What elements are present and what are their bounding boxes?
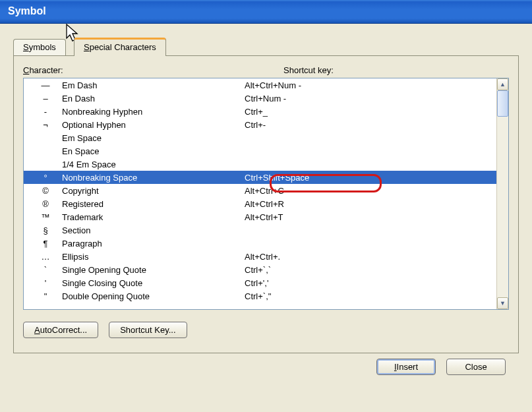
symbol-name: Trademark [62,212,245,222]
symbol-glyph: ® [29,199,62,209]
shortcut-key: Ctrl+Shift+Space [245,173,496,183]
symbol-glyph: © [29,186,62,196]
shortcut-key: Ctrl+',' [245,278,496,288]
symbol-name: Section [62,225,245,235]
symbol-name: Paragraph [62,239,245,249]
shortcut-key: Ctrl+`,` [245,265,496,275]
list-item[interactable]: Em Space [24,131,496,144]
window-title: Symbol [8,5,46,16]
shortcut-key: Alt+Ctrl+T [245,212,496,222]
header-character: Character: [23,65,283,75]
scroll-track[interactable] [497,117,508,297]
shortcut-key: Alt+Ctrl+C [245,186,496,196]
tab-strip: Symbols Special Characters [13,37,519,55]
symbol-name: Optional Hyphen [62,120,245,130]
symbol-glyph: ° [29,173,62,183]
symbol-name: Nonbreaking Hyphen [62,107,245,117]
symbol-glyph: " [29,291,62,301]
list-item[interactable]: —Em DashAlt+Ctrl+Num - [24,78,496,92]
symbol-name: Single Opening Quote [62,265,245,275]
list-item[interactable]: §Section [24,223,496,237]
list-item[interactable]: –En DashCtrl+Num - [24,92,496,105]
symbol-name: En Dash [62,94,245,103]
symbol-glyph: — [29,80,62,90]
symbol-name: Em Space [62,133,245,143]
symbol-glyph: ¬ [29,120,62,130]
header-shortcut: Shortcut key: [283,65,334,75]
list-item[interactable]: …EllipsisAlt+Ctrl+. [24,250,496,263]
symbol-glyph: § [29,225,62,235]
scroll-down-button[interactable]: ▼ [497,297,508,309]
list-item[interactable]: -Nonbreaking HyphenCtrl+_ [24,105,496,118]
list-item[interactable]: ©CopyrightAlt+Ctrl+C [24,184,496,197]
list-item[interactable]: ¶Paragraph [24,237,496,250]
shortcut-key: Ctrl+_ [245,107,496,117]
shortcut-key: Alt+Ctrl+Num - [245,80,496,90]
symbol-glyph: – [29,94,62,103]
column-headers: Character: Shortcut key: [23,65,509,75]
shortcut-key: Alt+Ctrl+R [245,199,496,209]
tab-panel: Character: Shortcut key: —Em DashAlt+Ctr… [13,55,519,353]
symbol-glyph: - [29,107,62,117]
list-item[interactable]: ¬Optional HyphenCtrl+- [24,118,496,131]
symbol-name: Ellipsis [62,252,245,262]
list-item[interactable]: 'Single Closing QuoteCtrl+',' [24,276,496,289]
symbol-glyph: ` [29,265,62,275]
symbol-name: Em Dash [62,80,245,90]
scroll-up-button[interactable]: ▲ [497,78,508,90]
symbol-name: Registered [62,199,245,209]
titlebar: Symbol [0,0,532,24]
list-item[interactable]: En Space [24,144,496,158]
scrollbar[interactable]: ▲ ▼ [496,78,508,309]
list-item[interactable]: ®RegisteredAlt+Ctrl+R [24,197,496,210]
insert-button[interactable]: IInsert [376,359,436,375]
symbol-name: Double Opening Quote [62,291,245,301]
symbol-glyph: … [29,252,62,262]
list-item[interactable]: "Double Opening QuoteCtrl+`," [24,289,496,303]
list-item[interactable]: °Nonbreaking SpaceCtrl+Shift+Space [24,171,496,184]
scroll-thumb[interactable] [497,90,508,117]
list-item[interactable]: 1/4 Em Space [24,158,496,171]
autocorrect-button[interactable]: AutoCorrect... [23,322,98,338]
tab-symbols[interactable]: Symbols [13,39,66,55]
symbol-name: En Space [62,146,245,156]
close-button[interactable]: Close [446,359,506,375]
shortcut-key: Ctrl+`," [245,291,496,301]
symbol-glyph: ' [29,278,62,288]
list-item[interactable]: ™TrademarkAlt+Ctrl+T [24,210,496,223]
symbol-name: Copyright [62,186,245,196]
shortcut-key: Ctrl+- [245,120,496,130]
symbol-name: 1/4 Em Space [62,160,245,169]
symbol-glyph: ¶ [29,239,62,249]
shortcut-key: Ctrl+Num - [245,94,496,103]
shortcut-key-button[interactable]: Shortcut Key... [109,322,187,338]
symbol-glyph: ™ [29,212,62,222]
tab-special-characters[interactable]: Special Characters [74,38,166,56]
list-item[interactable]: `Single Opening QuoteCtrl+`,` [24,263,496,276]
symbol-name: Nonbreaking Space [62,173,245,183]
symbol-name: Single Closing Quote [62,278,245,288]
character-listbox[interactable]: —Em DashAlt+Ctrl+Num -–En DashCtrl+Num -… [23,78,509,310]
shortcut-key: Alt+Ctrl+. [245,252,496,262]
